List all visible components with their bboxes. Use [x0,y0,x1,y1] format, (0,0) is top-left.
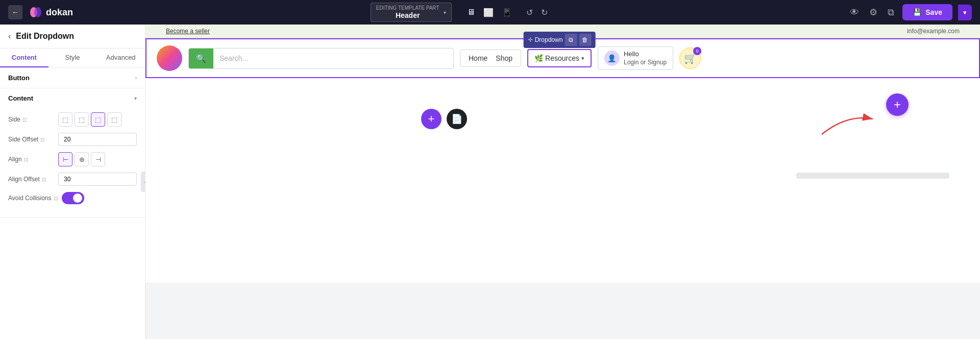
side-offset-tooltip-icon: ⊡ [40,137,44,142]
tab-content-label: Content [12,54,37,61]
align-center-icon[interactable]: ⊕ [75,152,89,166]
move-icon: ✛ [528,36,533,43]
side-right-icon[interactable]: ⬚ [75,112,89,127]
delete-icon: 🗑 [582,36,588,43]
search-icon-box: 🔍 [189,49,213,68]
content-section-title: Content [8,94,33,102]
save-button[interactable]: 💾 Save [902,4,952,20]
tab-style[interactable]: Style [48,49,97,67]
align-label-text: Align [8,156,22,163]
align-offset-label-text: Align Offset [8,176,40,183]
cart-button[interactable]: 🛒 0 [679,47,701,69]
delete-toolbar-button[interactable]: 🗑 [579,34,591,46]
nav-shop[interactable]: Shop [496,54,512,62]
user-avatar-icon: 👤 [604,51,620,66]
sidebar-tabs: Content Style Advanced [0,49,145,68]
side-top-icon[interactable]: ⬚ [107,112,121,127]
sidebar-collapse-handle[interactable]: ‹ [141,172,145,192]
side-offset-input[interactable] [58,133,137,146]
tablet-view-button[interactable]: ⬜ [480,6,497,19]
add-element-button-1[interactable]: + [421,109,442,129]
tab-content[interactable]: Content [0,49,48,67]
top-bar-right: 👁 ⚙ ⧉ 💾 Save ▾ [848,4,972,20]
user-hello: Hello [624,50,667,59]
redo-button[interactable]: ↻ [538,6,551,19]
arrow-indicator [817,109,878,141]
copy-icon: ⧉ [569,36,573,43]
side-offset-field-row: Side Offset ⊡ [8,133,137,146]
toggle-slider [62,192,84,204]
main-layout: ‹ Edit Dropdown Content Style Advanced B… [0,25,980,339]
become-seller-link[interactable]: Become a seller [166,28,210,35]
user-text: Hello Login or Signup [624,50,667,66]
save-label: Save [925,8,942,16]
tab-advanced[interactable]: Advanced [96,49,145,67]
add-element-button-2[interactable]: 📄 [447,109,467,129]
resources-leaf-icon: 🌿 [534,54,543,62]
side-icon-group: ⬚ ⬚ ⬚ ⬚ [58,112,121,127]
editing-title: Header [376,11,439,19]
search-icon: 🔍 [196,54,206,63]
nav-links: Home Shop [460,50,521,67]
editing-info: EDITING TEMPLATE PART Header [376,5,439,19]
align-offset-field-row: Align Offset ⊡ [8,173,137,186]
dropdown-toolbar: ✛ Dropdown ⧉ 🗑 [524,32,596,48]
avoid-collisions-tooltip-icon: ⊡ [54,196,58,201]
content-section-arrow-icon: ▾ [134,95,137,101]
side-label-text: Side [8,116,20,123]
layers-button[interactable]: ⧉ [886,5,896,20]
side-tooltip-icon: ⊡ [22,117,27,123]
mobile-view-button[interactable]: 📱 [499,6,515,19]
avoid-collisions-field-row: Avoid Collisions ⊡ [8,192,137,204]
search-input[interactable]: Search... [213,50,453,66]
side-field-row: Side ⊡ ⬚ ⬚ ⬚ ⬚ [8,112,137,127]
button-section-header[interactable]: Button › [0,68,145,88]
dropdown-label: Dropdown [535,36,563,43]
user-login: Login or Signup [624,59,667,67]
top-bar-left: ← dokan [8,5,73,19]
cart-badge: 0 [693,47,701,55]
side-bottom-icon[interactable]: ⬚ [91,112,105,127]
tab-style-label: Style [65,54,80,61]
resources-container: ✛ Dropdown ⧉ 🗑 🌿 Resources ▾ [527,49,592,67]
side-left-icon[interactable]: ⬚ [58,112,72,127]
desktop-view-button[interactable]: 🖥 [464,6,478,19]
avoid-collisions-label: Avoid Collisions ⊡ [8,195,58,202]
avoid-collisions-toggle[interactable] [62,192,84,204]
save-dropdown-button[interactable]: ▾ [958,5,972,20]
search-box: 🔍 Search... [188,48,454,69]
svg-point-2 [34,7,41,17]
add-element-button-3[interactable]: + [886,93,909,116]
back-button[interactable]: ← [8,5,22,19]
align-start-icon[interactable]: ⊢ [58,152,72,166]
logo-text: dokan [46,7,73,18]
user-area: 👤 Hello Login or Signup [598,46,673,70]
align-tooltip-icon: ⊡ [24,157,28,162]
sidebar: ‹ Edit Dropdown Content Style Advanced B… [0,25,145,339]
content-section: Content ▾ Side ⊡ ⬚ ⬚ ⬚ ⬚ [0,88,145,218]
editing-label: EDITING TEMPLATE PART [376,5,439,11]
sidebar-title: Edit Dropdown [16,32,74,41]
save-icon: 💾 [913,8,921,16]
preview-button[interactable]: 👁 [848,5,861,20]
info-email: info@example.com [907,28,960,35]
editing-part-dropdown[interactable]: EDITING TEMPLATE PART Header ▾ [371,3,452,22]
undo-redo-group: ↺ ↻ [523,6,551,19]
resources-dropdown-button[interactable]: ✛ Dropdown ⧉ 🗑 🌿 Resources ▾ [527,49,592,67]
top-bar-center: EDITING TEMPLATE PART Header ▾ 🖥 ⬜ 📱 ↺ ↻ [371,3,551,22]
copy-toolbar-button[interactable]: ⧉ [565,34,577,46]
align-end-icon[interactable]: ⊣ [91,152,105,166]
side-offset-label-text: Side Offset [8,136,38,143]
resources-text: Resources [545,54,579,62]
sidebar-back-button[interactable]: ‹ [8,32,11,41]
resources-inner: 🌿 Resources ▾ [534,54,584,62]
content-section-header[interactable]: Content ▾ [0,88,145,108]
nav-home[interactable]: Home [469,54,487,62]
align-offset-input[interactable] [58,173,137,186]
undo-button[interactable]: ↺ [523,6,536,19]
back-icon: ← [12,8,19,16]
settings-button[interactable]: ⚙ [867,5,879,20]
device-buttons: 🖥 ⬜ 📱 [464,6,515,19]
preview-logo [157,45,182,71]
side-offset-label: Side Offset ⊡ [8,136,54,143]
